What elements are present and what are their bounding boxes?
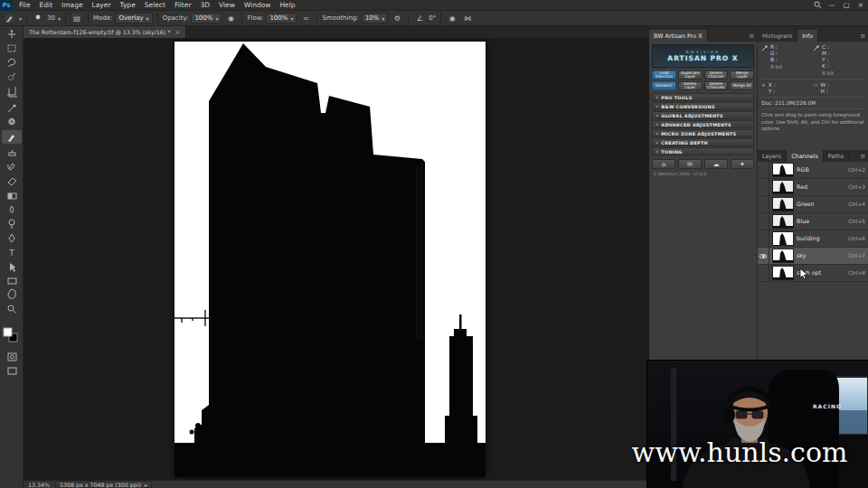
section-creating-depth[interactable]: ▸CREATING DEPTH: [652, 138, 754, 146]
brush-size-value[interactable]: 30: [47, 14, 55, 22]
duplicate-layer-button[interactable]: Duplicate Layer: [678, 70, 703, 80]
tab-channels[interactable]: Channels: [787, 150, 824, 162]
document-tab[interactable]: The Rotterdam-f126-empty.tif @ 13.3% (sk…: [24, 26, 186, 38]
education-icon[interactable]: ✦: [731, 159, 754, 169]
menu-image[interactable]: Image: [57, 0, 88, 11]
clone-stamp-tool: [9, 150, 15, 155]
channel-row-skyh-opt[interactable]: skyh opt Ctrl+8: [758, 265, 868, 282]
menu-help[interactable]: Help: [275, 0, 299, 11]
separator: [241, 13, 242, 23]
brush-angle-icon: ∠: [413, 13, 426, 23]
panel-menu-icon[interactable]: ≡: [857, 150, 868, 162]
expand-icon: ▸: [656, 104, 658, 108]
brush-angle-value[interactable]: 0°: [429, 14, 436, 22]
watermark-text: www.hunls.com: [611, 436, 868, 468]
brush-picker-caret-icon[interactable]: ▾: [58, 15, 61, 22]
tab-histogram[interactable]: Histogram: [758, 30, 797, 42]
menu-layer[interactable]: Layer: [88, 0, 116, 11]
panel-menu-icon[interactable]: ≡: [746, 30, 757, 42]
close-button[interactable]: ×: [854, 0, 868, 11]
merge-all-button[interactable]: Merge All: [730, 81, 754, 90]
eyedropper-icon: [813, 44, 819, 52]
menu-filter[interactable]: Filter: [170, 0, 196, 11]
smoothing-options-gear-icon[interactable]: ⚙: [391, 13, 403, 23]
visibility-toggle[interactable]: [758, 248, 769, 264]
panel-menu-icon[interactable]: ≡: [857, 30, 868, 42]
channel-row-green[interactable]: Green Ctrl+4: [758, 196, 868, 213]
channel-thumbnail[interactable]: [773, 181, 793, 193]
channel-thumbnail[interactable]: [773, 232, 793, 245]
mode-select[interactable]: Overlay ▾: [115, 13, 152, 23]
channel-thumbnail[interactable]: [773, 267, 793, 279]
channel-row-building[interactable]: building Ctrl+6: [758, 230, 868, 248]
section-global-adjustments[interactable]: ▸GLOBAL ADJUSTMENTS: [652, 111, 754, 119]
cloud-icon[interactable]: ☁: [704, 159, 728, 169]
opacity-field[interactable]: 100% ▾: [191, 13, 222, 23]
menu-view[interactable]: View: [214, 0, 240, 11]
smoothing-field[interactable]: 10% ▾: [362, 13, 389, 23]
delete-layer-button[interactable]: Delete Layer: [678, 81, 703, 90]
menu-type[interactable]: Type: [116, 0, 140, 11]
channel-shortcut: Ctrl+8: [848, 270, 865, 276]
visibility-toggle[interactable]: [758, 230, 769, 247]
search-icon[interactable]: [810, 0, 825, 11]
canvas-pasteboard[interactable]: [24, 38, 649, 481]
tab-layers[interactable]: Layers: [758, 150, 787, 162]
visibility-toggle[interactable]: [758, 196, 769, 212]
opacity-pressure-icon[interactable]: ◉: [224, 13, 237, 23]
brush-settings-panel-icon[interactable]: ▤: [71, 13, 83, 23]
canvas-image[interactable]: [175, 42, 486, 477]
symmetry-icon[interactable]: ⋈: [461, 13, 474, 23]
channel-row-sky[interactable]: sky Ctrl+7: [758, 248, 868, 265]
tab-paths[interactable]: Paths: [824, 150, 849, 162]
tool-icons[interactable]: T: [0, 26, 24, 388]
menu-select[interactable]: Select: [140, 0, 170, 11]
menu-window[interactable]: Window: [240, 0, 276, 11]
menu-3d[interactable]: 3D: [195, 0, 214, 11]
section-micro-zone-adjustments[interactable]: ▸MICRO ZONE ADJUSTMENTS: [652, 129, 754, 137]
visibility-toggle[interactable]: [758, 162, 769, 178]
channel-thumbnail[interactable]: [773, 164, 793, 176]
tab-info[interactable]: Info: [797, 30, 818, 42]
chair-brand-text: RACING: [813, 403, 842, 409]
restore-button[interactable]: ▢: [839, 0, 854, 11]
brush-tip-icon[interactable]: [32, 13, 44, 23]
section-pro-tools[interactable]: ▸PRO TOOLS: [652, 93, 754, 101]
mail-icon[interactable]: ✉: [678, 159, 702, 169]
visibility-toggle[interactable]: [758, 179, 769, 195]
home-icon[interactable]: ⌂: [652, 159, 675, 169]
channel-thumbnail[interactable]: [773, 215, 793, 228]
info-y-label: Y :: [822, 57, 834, 62]
zoom-level[interactable]: 13.34%: [28, 482, 50, 488]
section-bw-conversions[interactable]: ▸B&W CONVERSIONS: [652, 102, 754, 110]
channel-thumbnail[interactable]: [773, 249, 793, 262]
flow-field[interactable]: 100% ▾: [266, 13, 297, 23]
bw-panel-tab[interactable]: BW Artisan Pro X: [649, 30, 708, 42]
airbrush-icon[interactable]: ≈: [299, 13, 312, 23]
size-pressure-icon[interactable]: ◉: [446, 13, 458, 23]
webcam-scene: RACING: [647, 361, 868, 488]
delete-channels-button[interactable]: Delete Channels: [704, 81, 729, 90]
menu-file[interactable]: File: [14, 0, 35, 11]
document-info-field[interactable]: 5308 px x 7048 px (300 ppi) ▸: [55, 481, 152, 488]
tool-preset-caret-icon[interactable]: ▾: [19, 15, 22, 22]
deselect-button[interactable]: Deselect: [652, 81, 676, 90]
minimize-button[interactable]: —: [825, 0, 839, 11]
section-advanced-adjustments[interactable]: ▸ADVANCED ADJUSTMENTS: [652, 120, 754, 128]
channel-thumbnail[interactable]: [773, 198, 793, 211]
bw-panel-tab-bar: BW Artisan Pro X ≡: [649, 30, 757, 42]
load-selection-button[interactable]: Load Selection: [652, 70, 676, 80]
expand-icon: ▸: [656, 131, 658, 136]
section-toning[interactable]: ▸TONING: [652, 147, 754, 155]
visibility-toggle[interactable]: [758, 265, 769, 281]
tab-close-icon[interactable]: ×: [175, 29, 180, 36]
channel-row-rgb[interactable]: RGB Ctrl+2: [758, 162, 868, 179]
channel-row-red[interactable]: Red Ctrl+3: [758, 179, 868, 196]
merge-layer-button[interactable]: Merge Layer: [730, 70, 754, 80]
delete-channel-button[interactable]: Delete Channel: [704, 70, 729, 80]
tool-preset-icon[interactable]: [4, 13, 16, 23]
visibility-toggle[interactable]: [758, 213, 769, 230]
channel-row-blue[interactable]: Blue Ctrl+5: [758, 213, 868, 230]
smoothing-label: Smoothing:: [322, 14, 358, 22]
menu-edit[interactable]: Edit: [35, 0, 58, 11]
